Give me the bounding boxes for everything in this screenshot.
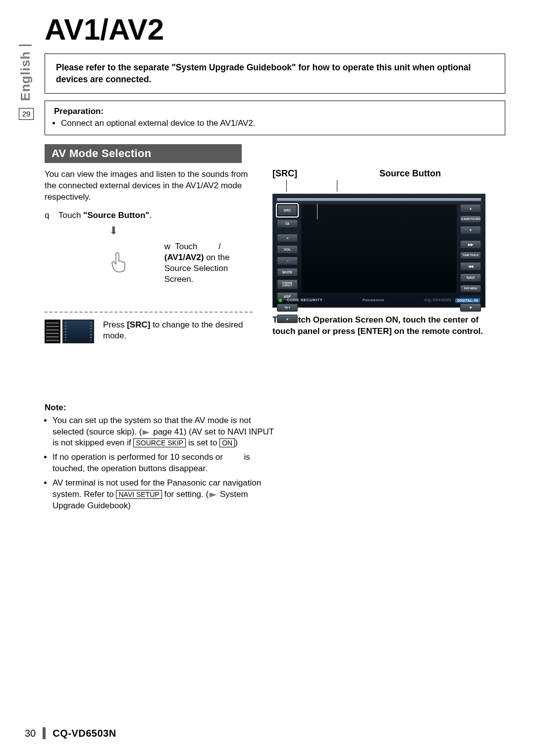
page-footer: 30 CQ-VD6503N <box>25 727 116 739</box>
right-column: [SRC] Source Button SRC TA ＋ VOL － <box>272 169 485 346</box>
step-2-slash: / <box>218 242 221 251</box>
step-1-bold: "Source Button" <box>83 211 149 220</box>
left-onscreen-buttons: SRC TA ＋ VOL － MUTE P·MODE ASPECT ASP TI… <box>277 204 298 293</box>
step-2-num: w <box>164 242 170 251</box>
eject-button[interactable]: ▲ <box>277 315 298 323</box>
unit-thumb-icon <box>45 320 94 343</box>
note-item-1: You can set up the system so that the AV… <box>53 415 277 449</box>
tune-track-label: TUNE TRACK <box>460 252 481 259</box>
source-button-label: Source Button <box>379 169 485 178</box>
folder-down-button[interactable]: ▼ <box>460 226 481 234</box>
ta-button[interactable]: TA <box>277 219 298 228</box>
stop-button[interactable]: ■ <box>460 303 481 312</box>
vol-label: VOL <box>277 245 298 254</box>
folder-up-button[interactable]: ▲ <box>460 204 481 213</box>
tilt-button[interactable]: TILT <box>277 304 298 312</box>
note-heading: Note: <box>45 403 277 413</box>
footer-model: CQ-VD6503N <box>53 728 116 738</box>
pmode-button[interactable]: P·MODE ASPECT <box>277 279 298 289</box>
vol-up-button[interactable]: ＋ <box>277 234 298 242</box>
callout-pointers <box>272 180 485 192</box>
preparation-item: Connect an optional external device to t… <box>61 118 496 129</box>
preparation-box: Preparation: Connect an optional externa… <box>45 101 505 135</box>
language-label: English <box>19 45 32 102</box>
on-key: ON <box>219 438 235 447</box>
press-src-row: Press [SRC] to change to the desired mod… <box>45 320 253 343</box>
under-screen-text: To switch Operation Screen ON, touch the… <box>272 315 485 337</box>
left-column: You can view the images and listen to th… <box>45 169 253 515</box>
digital-in-chip: DIGITAL-IN <box>455 298 480 303</box>
note-1-c: is set to <box>186 438 219 447</box>
section-heading: AV Mode Selection <box>45 144 242 163</box>
note-item-2: If no operation is performed for 10 seco… <box>53 452 277 475</box>
preparation-heading: Preparation: <box>54 106 496 117</box>
step-2: w Touch / (AV1/AV2) on the Source Select… <box>164 241 253 285</box>
press-pre: Press <box>103 320 127 329</box>
intro-text: You can view the images and listen to th… <box>45 169 253 203</box>
footer-bar-icon <box>43 727 46 739</box>
note-2-a: If no operation is performed for 10 seco… <box>53 452 225 462</box>
arrow-right-icon <box>210 492 216 497</box>
navi-button[interactable]: NAVI <box>460 273 481 282</box>
divider <box>45 312 253 313</box>
press-bold: [SRC] <box>127 320 150 329</box>
step-1-num: q <box>45 210 54 221</box>
vol-down-button[interactable]: － <box>277 257 298 265</box>
mute-button[interactable]: MUTE <box>277 268 298 276</box>
callout-text: Please refer to the separate "System Upg… <box>56 62 494 85</box>
note-block: Note: You can set up the system so that … <box>45 403 277 512</box>
down-arrow-icon: ⬇ <box>45 224 253 237</box>
step-2-bold: (AV1/AV2) <box>164 253 204 262</box>
callout-box: Please refer to the separate "System Upg… <box>45 54 505 94</box>
arrow-right-icon <box>143 430 150 435</box>
prev-track-button[interactable]: ◀◀ <box>460 262 481 270</box>
side-tab: English 29 <box>19 45 36 120</box>
model-label: CQ-VD6503N <box>425 298 451 302</box>
page-number: 30 <box>25 728 36 738</box>
page-title: AV1/AV2 <box>45 15 505 45</box>
next-track-button[interactable]: ▶▶ <box>460 240 481 249</box>
brand-label: Panasonic <box>326 298 421 302</box>
note-3-b: for setting. ( <box>162 489 209 499</box>
right-onscreen-buttons: ▲ ALBUM FOLDER ▼ ▶▶ TUNE TRACK ◀◀ NAVI D… <box>460 204 481 293</box>
step-1-pre: Touch <box>58 211 83 220</box>
source-selection-thumb <box>45 241 158 301</box>
src-label: [SRC] <box>272 169 297 178</box>
album-folder-label: ALBUM FOLDER <box>460 216 481 223</box>
device-screen: SRC TA ＋ VOL － MUTE P·MODE ASPECT ASP TI… <box>272 194 485 308</box>
src-button[interactable]: SRC <box>277 204 298 216</box>
status-text: CODE SECURITY <box>287 298 322 302</box>
touch-panel-area[interactable] <box>301 204 457 293</box>
step-1-post: . <box>149 211 152 220</box>
note-1-d: ) <box>235 438 238 447</box>
touch-finger-icon <box>109 250 129 277</box>
source-skip-key: SOURCE SKIP <box>133 438 186 447</box>
security-led-icon <box>278 298 283 303</box>
navi-setup-key: NAVI SETUP <box>116 490 161 499</box>
note-item-3: AV terminal is not used for the Panasoni… <box>53 478 277 512</box>
page-ref-box: 29 <box>19 108 34 120</box>
dvd-menu-button[interactable]: DVD MENU <box>460 285 481 292</box>
step-2-pre: Touch <box>175 242 200 251</box>
step-1: q Touch "Source Button". <box>45 210 253 221</box>
status-bar: CODE SECURITY Panasonic CQ-VD6503N DIGIT… <box>278 296 480 304</box>
